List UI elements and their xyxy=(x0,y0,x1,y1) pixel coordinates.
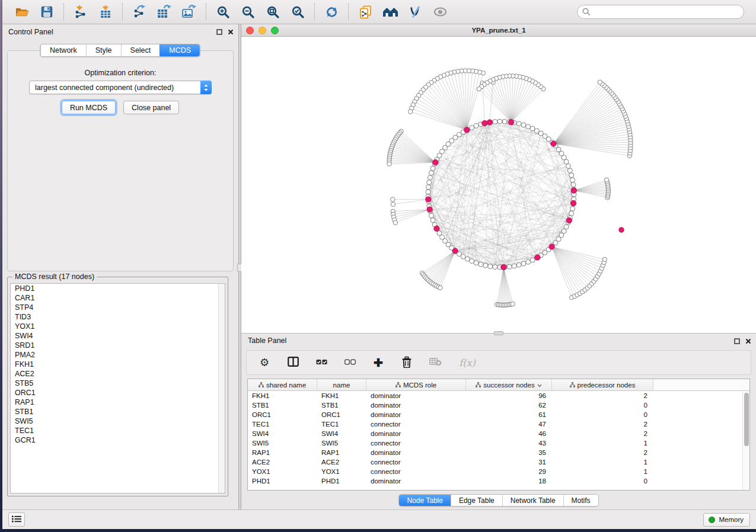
network-node[interactable] xyxy=(497,119,502,124)
mcds-node[interactable] xyxy=(571,188,576,193)
tab-select[interactable]: Select xyxy=(121,44,160,56)
table-row[interactable]: ACE2ACE2connector311 xyxy=(248,457,749,467)
table-row[interactable]: TEC1TEC1connector472 xyxy=(248,419,749,429)
save-session-button[interactable] xyxy=(37,2,57,21)
network-node[interactable] xyxy=(428,175,432,180)
select-all-button[interactable] xyxy=(314,355,328,370)
import-table-button[interactable] xyxy=(95,2,116,21)
network-node[interactable] xyxy=(470,125,474,130)
window-minimize-light[interactable] xyxy=(259,27,266,34)
network-canvas[interactable] xyxy=(241,37,756,333)
table-settings-button[interactable]: ⚙ xyxy=(257,355,272,370)
mcds-list-scrollbar[interactable] xyxy=(218,284,225,493)
mcds-node[interactable] xyxy=(434,226,439,231)
network-node[interactable] xyxy=(430,218,435,223)
tab-mcds[interactable]: MCDS xyxy=(160,44,200,56)
network-node[interactable] xyxy=(479,262,483,267)
run-mcds-button[interactable]: Run MCDS xyxy=(62,101,116,114)
mcds-node[interactable] xyxy=(433,159,438,165)
mcds-result-item[interactable]: SRD1 xyxy=(11,341,225,350)
column-header-shared-name[interactable]: shared name xyxy=(248,379,317,391)
tab-style[interactable]: Style xyxy=(86,44,121,56)
export-network-button[interactable] xyxy=(129,2,149,21)
zoom-in-button[interactable] xyxy=(213,2,233,21)
network-node[interactable] xyxy=(426,190,430,194)
zoom-fit-button[interactable] xyxy=(263,2,283,21)
network-node[interactable] xyxy=(387,162,391,166)
mcds-result-item[interactable]: TEC1 xyxy=(11,426,225,435)
network-node[interactable] xyxy=(474,123,479,128)
close-panel-icon[interactable] xyxy=(745,338,751,346)
network-node[interactable] xyxy=(534,129,539,133)
network-node[interactable] xyxy=(530,258,535,262)
table-row[interactable]: ORC1ORC1dominator610 xyxy=(248,410,749,419)
mcds-node[interactable] xyxy=(426,197,431,202)
mcds-node[interactable] xyxy=(487,120,492,125)
mcds-result-item[interactable]: YOX1 xyxy=(11,322,225,331)
network-node[interactable] xyxy=(526,259,531,264)
network-node[interactable] xyxy=(564,225,569,229)
column-header-successor-nodes[interactable]: successor nodes xyxy=(466,379,552,391)
table-row[interactable]: YOX1YOX1connector291 xyxy=(248,467,749,476)
task-history-button[interactable] xyxy=(8,512,25,527)
mcds-node[interactable] xyxy=(482,121,487,126)
float-panel-icon[interactable] xyxy=(734,338,740,346)
table-scrollbar-thumb[interactable] xyxy=(744,393,749,446)
mcds-node[interactable] xyxy=(427,207,432,212)
network-node[interactable] xyxy=(604,178,608,182)
network-node[interactable] xyxy=(438,286,442,290)
mcds-node[interactable] xyxy=(566,217,572,223)
mcds-result-item[interactable]: ORC1 xyxy=(11,388,225,398)
mcds-node[interactable] xyxy=(619,227,624,232)
network-graph[interactable] xyxy=(241,37,756,333)
tab-motifs[interactable]: Motifs xyxy=(563,495,598,506)
zoom-selected-button[interactable] xyxy=(288,2,308,21)
network-node[interactable] xyxy=(567,168,572,173)
close-panel-button[interactable]: Close panel xyxy=(123,101,179,114)
mcds-node[interactable] xyxy=(452,248,458,254)
mcds-result-item[interactable]: SWI5 xyxy=(11,416,225,426)
zoom-out-button[interactable] xyxy=(238,2,258,21)
network-node[interactable] xyxy=(566,164,570,168)
network-node[interactable] xyxy=(516,262,521,267)
column-header-name[interactable]: name xyxy=(317,379,366,391)
search-input[interactable] xyxy=(577,5,744,19)
column-header-predecessor-nodes[interactable]: predecessor nodes xyxy=(552,379,653,391)
table-row[interactable]: SWI5SWI5connector431 xyxy=(248,438,749,448)
mcds-result-item[interactable]: TID3 xyxy=(11,312,225,322)
network-overview-button[interactable] xyxy=(380,2,400,21)
delete-table-button[interactable] xyxy=(428,355,442,370)
network-node[interactable] xyxy=(430,166,435,171)
mcds-result-item[interactable]: PMA2 xyxy=(11,350,225,360)
network-node[interactable] xyxy=(571,182,576,187)
mcds-result-item[interactable]: ACE2 xyxy=(11,369,225,379)
network-node[interactable] xyxy=(569,173,574,178)
network-node[interactable] xyxy=(391,202,395,206)
delete-column-button[interactable] xyxy=(400,355,414,370)
window-close-light[interactable] xyxy=(246,27,254,34)
export-image-button[interactable] xyxy=(179,2,199,21)
table-row[interactable]: SWI4SWI4dominator462 xyxy=(248,429,749,438)
network-node[interactable] xyxy=(507,264,512,269)
optimization-criterion-select[interactable]: largest connected component (undirected) xyxy=(29,81,212,94)
network-node[interactable] xyxy=(483,263,488,268)
new-network-from-selection-button[interactable] xyxy=(355,2,375,21)
network-node[interactable] xyxy=(530,126,535,131)
mcds-result-item[interactable]: RAP1 xyxy=(11,398,225,407)
network-node[interactable] xyxy=(516,121,521,126)
network-node[interactable] xyxy=(393,220,397,225)
network-node[interactable] xyxy=(502,119,507,124)
tab-edge-table[interactable]: Edge Table xyxy=(451,495,502,506)
birds-eye-view-button[interactable] xyxy=(430,2,450,21)
network-node[interactable] xyxy=(391,197,395,201)
tab-network-table[interactable]: Network Table xyxy=(502,495,563,506)
import-network-button[interactable] xyxy=(71,2,91,21)
mcds-result-item[interactable]: STB5 xyxy=(11,379,225,388)
mcds-node[interactable] xyxy=(549,244,554,249)
network-node[interactable] xyxy=(521,261,526,266)
mcds-node[interactable] xyxy=(570,200,576,206)
add-column-button[interactable]: ✚ xyxy=(371,355,385,370)
table-row[interactable]: STB1STB1dominator620 xyxy=(248,400,749,410)
mcds-node[interactable] xyxy=(464,127,470,133)
network-node[interactable] xyxy=(493,119,497,124)
